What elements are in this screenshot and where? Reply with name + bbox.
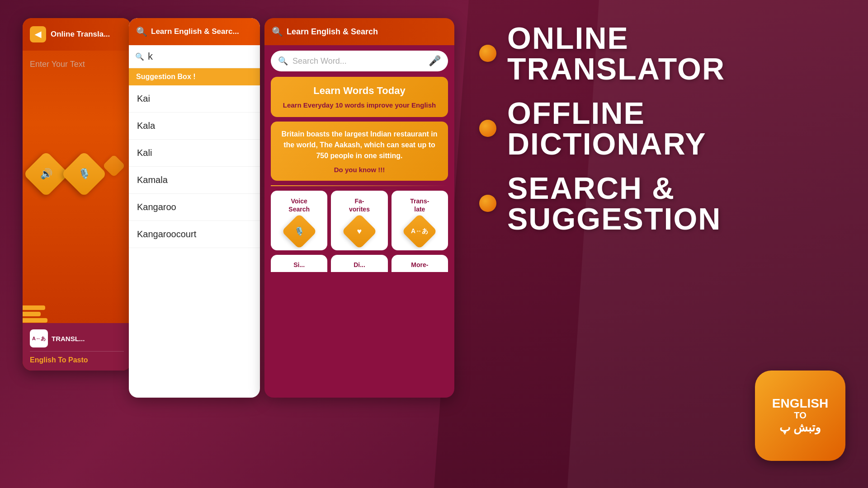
- suggestion-box-header: Suggestion Box !: [129, 68, 260, 85]
- feature-text-offline-dictionary: OFFLINE DICTIONARY: [507, 98, 707, 159]
- search-icon-small: 🔍: [135, 52, 144, 61]
- suggestion-list: Kai Kala Kali Kamala Kangaroo Kangarooco…: [129, 85, 260, 248]
- voice-search-cell[interactable]: VoiceSearch 🎙️: [271, 191, 327, 250]
- feature-grid: VoiceSearch 🎙️ Fa-vorites ♥ Trans-late A…: [271, 191, 448, 250]
- translate-ab-icon: A↔あ: [32, 335, 46, 342]
- voice-search-diamond: 🎙️: [281, 214, 317, 249]
- far-right-features: ONLINE TRANSLATOR OFFLINE DICTIONARY SEA…: [479, 23, 850, 248]
- enter-text-label: Enter Your Text: [23, 51, 131, 78]
- speaker-diamond-button[interactable]: 🔊: [23, 151, 69, 197]
- list-item[interactable]: Kangaroo: [129, 194, 260, 221]
- list-item[interactable]: Kali: [129, 140, 260, 167]
- mic-feature-icon: 🎙️: [294, 226, 304, 236]
- mic-icon: 🎙️: [78, 168, 90, 180]
- voice-search-label: VoiceSearch: [275, 197, 323, 213]
- feature-text-online-translator: ONLINE TRANSLATOR: [507, 23, 725, 84]
- partial-label-2: Di...: [335, 261, 383, 268]
- text-search: SEARCH &: [507, 173, 721, 203]
- translate-feature-icon: A↔あ: [411, 227, 428, 235]
- left-translator-panel: ◀ Online Transla... Enter Your Text 🔊 🎙️…: [23, 18, 131, 371]
- icon-row: 🔊 🎙️: [23, 150, 131, 197]
- text-dictionary: DICTIONARY: [507, 128, 707, 159]
- feature-row-2: OFFLINE DICTIONARY: [479, 98, 850, 159]
- learn-card-subtitle: Learn Everyday 10 words improve your Eng…: [278, 101, 441, 109]
- list-item[interactable]: Kangaroocourt: [129, 221, 260, 248]
- list-item[interactable]: Kai: [129, 85, 260, 113]
- feature-block-1: ONLINE TRANSLATOR: [479, 23, 850, 84]
- search-icon-mid-header: 🔍: [136, 26, 147, 37]
- right-header: 🔍 Learn English & Search: [264, 18, 454, 45]
- app-icon-english: ENGLISH: [772, 397, 828, 411]
- translate-diamond: A↔あ: [402, 214, 438, 249]
- mic-icon-right[interactable]: 🎤: [429, 55, 441, 67]
- partial-cell-1[interactable]: Si...: [271, 255, 327, 272]
- app-icon[interactable]: ENGLISH TO وتبش پ: [755, 371, 845, 461]
- bar-1: [23, 305, 45, 310]
- translate-feature-label: Trans-late: [396, 197, 443, 213]
- orange-dot-3: [479, 195, 496, 212]
- extra-diamond: [103, 155, 126, 178]
- left-panel-bottom: A↔あ TRANSL... English To Pasto: [23, 323, 131, 371]
- know-card-label: Do you know !!!: [278, 166, 441, 174]
- right-search-panel: 🔍 Learn English & Search 🔍 Search Word..…: [264, 18, 454, 398]
- favorites-label: Fa-vorites: [335, 197, 383, 213]
- feature-block-3: SEARCH & SUGGESTION: [479, 173, 850, 234]
- feature-row-1: ONLINE TRANSLATOR: [479, 23, 850, 84]
- partial-label-3: More-: [396, 261, 443, 268]
- translate-tab-label: TRANSL...: [52, 335, 85, 343]
- app-icon-pashto: وتبش پ: [779, 421, 821, 435]
- feature-row-3: SEARCH & SUGGESTION: [479, 173, 850, 234]
- middle-header: 🔍 Learn English & Searc...: [129, 18, 260, 45]
- partial-label-1: Si...: [275, 261, 323, 268]
- heart-icon: ♥: [357, 227, 362, 236]
- partial-feature-row: Si... Di... More-: [271, 255, 448, 272]
- translate-icon: A↔あ: [30, 329, 48, 347]
- search-icon-right: 🔍: [278, 56, 288, 66]
- favorites-cell[interactable]: Fa-vorites ♥: [331, 191, 387, 250]
- bar-2: [23, 312, 41, 316]
- text-offline: OFFLINE: [507, 98, 707, 128]
- middle-header-title: Learn English & Searc...: [151, 27, 239, 36]
- learn-card-title: Learn Words Today: [278, 85, 441, 97]
- translate-cell[interactable]: Trans-late A↔あ: [392, 191, 448, 250]
- translate-tab[interactable]: A↔あ TRANSL...: [30, 329, 124, 352]
- bar-3: [23, 318, 47, 323]
- learn-words-card[interactable]: Learn Words Today Learn Everyday 10 word…: [271, 77, 448, 117]
- search-input-value[interactable]: k: [148, 51, 153, 62]
- left-header: ◀ Online Transla...: [23, 18, 131, 51]
- list-item[interactable]: Kala: [129, 113, 260, 140]
- app-icon-to: TO: [794, 410, 806, 421]
- divider: [271, 185, 448, 186]
- search-bar-right[interactable]: 🔍 Search Word... 🎤: [271, 51, 448, 71]
- search-bar-middle[interactable]: 🔍 k: [129, 45, 260, 68]
- feature-block-2: OFFLINE DICTIONARY: [479, 98, 850, 159]
- did-you-know-card[interactable]: Britain boasts the largest Indian restau…: [271, 122, 448, 181]
- speaker-icon: 🔊: [40, 168, 52, 180]
- orange-dot-2: [479, 120, 496, 137]
- right-header-title: Learn English & Search: [287, 27, 378, 37]
- left-panel-title: Online Transla...: [51, 30, 110, 39]
- know-card-body: Britain boasts the largest Indian restau…: [278, 129, 441, 161]
- text-suggestion: SUGGESTION: [507, 203, 721, 234]
- search-placeholder-text: Search Word...: [292, 56, 424, 66]
- middle-suggestion-panel: 🔍 Learn English & Searc... 🔍 k Suggestio…: [129, 18, 260, 398]
- back-button[interactable]: ◀: [30, 26, 46, 42]
- feature-text-search-suggestion: SEARCH & SUGGESTION: [507, 173, 721, 234]
- partial-cell-3[interactable]: More-: [392, 255, 448, 272]
- search-icon-right-header: 🔍: [272, 26, 283, 37]
- partial-cell-2[interactable]: Di...: [331, 255, 387, 272]
- favorites-diamond: ♥: [341, 214, 377, 249]
- text-translator: TRANSLATOR: [507, 53, 725, 84]
- mic-diamond-button[interactable]: 🎙️: [61, 151, 107, 197]
- list-item[interactable]: Kamala: [129, 167, 260, 194]
- language-selector[interactable]: English To Pasto: [30, 352, 124, 364]
- text-online: ONLINE: [507, 23, 725, 53]
- orange-dot-1: [479, 45, 496, 62]
